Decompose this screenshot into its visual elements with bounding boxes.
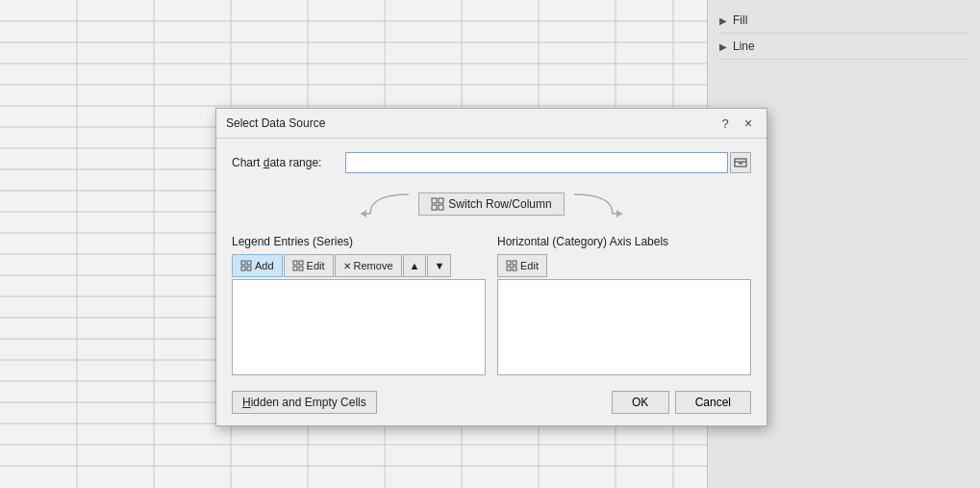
svg-marker-39: [616, 210, 622, 218]
edit-axis-labels-label: Edit: [520, 260, 539, 271]
svg-marker-34: [361, 210, 366, 218]
svg-rect-44: [293, 261, 297, 265]
svg-rect-45: [299, 261, 303, 265]
switch-row-column-button[interactable]: Switch Row/Column: [418, 193, 564, 216]
switch-area: Switch Row/Column: [232, 187, 751, 221]
svg-rect-48: [507, 261, 511, 265]
bottom-row: Hidden and Empty Cells OK Cancel: [232, 387, 751, 414]
left-curved-arrow: [341, 187, 418, 221]
svg-rect-50: [507, 267, 511, 270]
hidden-empty-cells-button[interactable]: Hidden and Empty Cells: [232, 391, 377, 414]
remove-series-button[interactable]: ✕ Remove: [335, 254, 402, 277]
dialog-title: Select Data Source: [226, 116, 325, 130]
remove-series-x-icon: ✕: [343, 261, 351, 271]
svg-rect-37: [432, 205, 437, 210]
legend-entries-header: Legend Entries (Series): [232, 235, 486, 248]
svg-rect-36: [439, 198, 443, 203]
legend-entries-toolbar: Add Edit ✕ Remove: [232, 254, 486, 277]
svg-rect-43: [247, 267, 251, 270]
select-data-source-dialog: Select Data Source ? × Chart data range:: [215, 108, 767, 426]
data-range-row: Chart data range:: [232, 152, 751, 173]
edit-axis-labels-button[interactable]: Edit: [497, 254, 547, 277]
switch-icon: [431, 197, 444, 211]
edit-series-button[interactable]: Edit: [284, 254, 334, 277]
data-range-collapse-button[interactable]: [730, 152, 751, 173]
add-series-button[interactable]: Add: [232, 254, 283, 277]
two-column-layout: Legend Entries (Series) Add: [232, 235, 751, 375]
move-up-button[interactable]: ▲: [403, 254, 427, 277]
hidden-empty-cells-label: Hidden and Empty Cells: [242, 396, 366, 409]
svg-marker-33: [738, 163, 743, 165]
remove-series-label: Remove: [354, 260, 393, 271]
svg-rect-38: [439, 205, 443, 210]
move-up-icon: ▲: [410, 260, 420, 271]
axis-labels-header: Horizontal (Category) Axis Labels: [497, 235, 751, 248]
move-down-button[interactable]: ▼: [427, 254, 451, 277]
dialog-body: Chart data range:: [216, 139, 766, 425]
ok-cancel-group: OK Cancel: [612, 391, 751, 414]
data-range-input[interactable]: [345, 152, 728, 173]
dialog-close-button[interactable]: ×: [740, 115, 757, 132]
svg-rect-46: [293, 267, 297, 270]
edit-axis-icon: [506, 260, 517, 271]
svg-rect-42: [241, 267, 245, 270]
svg-rect-35: [432, 198, 437, 203]
cancel-button[interactable]: Cancel: [675, 391, 751, 414]
axis-labels-column: Horizontal (Category) Axis Labels Edit: [497, 235, 751, 375]
dialog-controls: ? ×: [716, 115, 757, 132]
svg-rect-49: [513, 261, 516, 265]
svg-rect-40: [241, 261, 245, 265]
right-curved-arrow: [565, 187, 641, 221]
ok-button[interactable]: OK: [612, 391, 669, 414]
legend-entries-column: Legend Entries (Series) Add: [232, 235, 486, 375]
switch-row-column-label: Switch Row/Column: [448, 197, 551, 211]
svg-rect-47: [299, 267, 303, 270]
svg-rect-41: [247, 261, 251, 265]
legend-entries-list[interactable]: [232, 279, 486, 375]
dialog-help-button[interactable]: ?: [716, 115, 734, 132]
edit-series-icon: [292, 260, 304, 271]
data-range-label: Chart data range:: [232, 156, 338, 169]
edit-series-label: Edit: [307, 260, 325, 271]
move-down-icon: ▼: [434, 260, 444, 271]
axis-labels-toolbar: Edit: [497, 254, 751, 277]
svg-rect-51: [513, 267, 516, 270]
add-series-icon: [240, 260, 252, 271]
add-series-label: Add: [255, 260, 274, 271]
axis-labels-list[interactable]: [497, 279, 751, 375]
dialog-titlebar: Select Data Source ? ×: [216, 109, 766, 139]
